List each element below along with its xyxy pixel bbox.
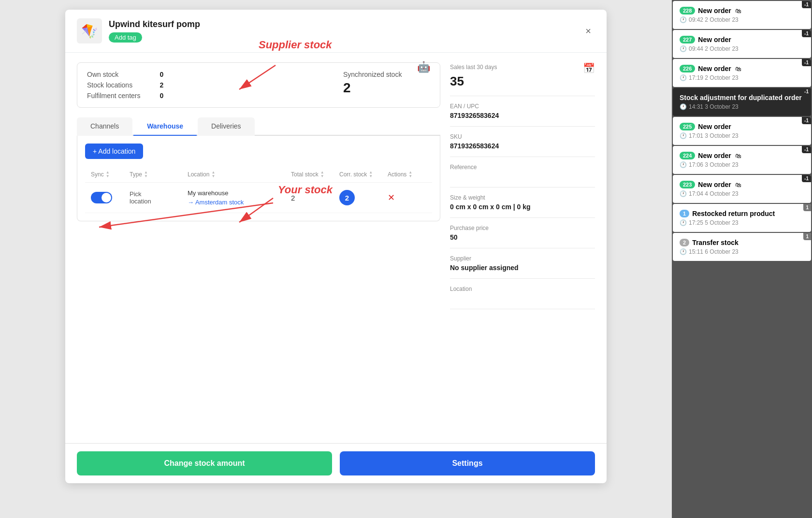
order-time: 🕐 17:06 3 October 23 [680, 161, 804, 168]
clock-icon: 🕐 [680, 74, 687, 81]
modal-header: 🪁 Upwind kitesurf pomp Add tag × [65, 10, 607, 53]
order-timestamp: 14:31 3 October 23 [689, 103, 739, 110]
reference-section: Reference [450, 157, 595, 187]
sort-arrows-corr: ▲▼ [369, 171, 373, 178]
sku-label: SKU [450, 133, 595, 140]
order-title-row: 223 New order 🛍 [680, 181, 804, 188]
order-title-row: 224 New order 🛍 [680, 152, 804, 159]
sync-label: Synchronized stock [343, 71, 402, 78]
stock-locations-value: 2 [160, 81, 163, 89]
shopify-icon: 🛍 [735, 181, 741, 188]
order-title: New order [698, 123, 731, 130]
product-icon: 🪁 [77, 18, 102, 43]
shopify-icon: 🛍 [735, 7, 741, 14]
order-card[interactable]: -1 226 New order 🛍 🕐 17:19 2 October 23 [673, 59, 811, 87]
order-card[interactable]: -1 223 New order 🛍 🕐 17:04 4 October 23 [673, 175, 811, 203]
location-section: Location [450, 279, 595, 309]
shopify-badge: 🛍 [735, 65, 741, 72]
order-time: 🕐 09:42 2 October 23 [680, 16, 804, 23]
sales-label: Sales last 30 days [450, 64, 497, 71]
order-badge: 225 [680, 123, 695, 130]
modal-footer: Change stock amount Settings [65, 443, 607, 483]
row-sync-toggle[interactable] [91, 192, 130, 203]
corner-badge: -1 [802, 175, 811, 182]
price-value: 50 [450, 233, 595, 241]
own-stock-label: Own stock [87, 71, 118, 78]
calendar-icon[interactable]: 📅 [583, 62, 595, 74]
change-stock-button[interactable]: Change stock amount [77, 451, 332, 475]
order-title: Stock adjustment for duplicated order [680, 94, 802, 101]
price-section: Purchase price 50 [450, 218, 595, 248]
row-total-stock: 2 [291, 194, 339, 202]
sync-toggle[interactable] [91, 192, 112, 203]
order-badge: 223 [680, 181, 695, 188]
order-card[interactable]: -1 225 New order 🕐 17:01 3 October 23 [673, 117, 811, 145]
tab-channels[interactable]: Channels [77, 117, 132, 136]
order-badge: 224 [680, 152, 695, 159]
order-card[interactable]: -1 Stock adjustment for duplicated order… [673, 88, 811, 116]
order-card[interactable]: -1 228 New order 🛍 🕐 09:42 2 October 23 [673, 1, 811, 29]
stock-left: Own stock 0 Stock locations 2 Fulfilment… [87, 71, 163, 100]
own-stock-row: Own stock 0 [87, 71, 163, 78]
corner-badge: -1 [802, 30, 811, 37]
supplier-section: Supplier No supplier assigned [450, 248, 595, 279]
tab-deliveries[interactable]: Deliveries [198, 117, 254, 136]
order-title: New order [698, 36, 731, 43]
corr-stock-badge: 2 [339, 190, 355, 205]
order-badge: 227 [680, 36, 695, 43]
corner-badge: -1 [802, 88, 811, 95]
size-section: Size & weight 0 cm x 0 cm x 0 cm | 0 kg [450, 187, 595, 218]
table-header: Sync ▲▼ Type ▲▼ Location ▲▼ [85, 167, 432, 183]
clock-icon: 🕐 [680, 219, 687, 226]
order-card[interactable]: 1 2 Transfer stock 🕐 15:11 6 October 23 [673, 233, 811, 261]
order-timestamp: 09:44 2 October 23 [689, 45, 739, 52]
location-link[interactable]: → Amsterdam stock [188, 199, 291, 206]
clock-icon: 🕐 [680, 248, 687, 255]
corner-badge: -1 [802, 117, 811, 124]
order-card[interactable]: -1 224 New order 🛍 🕐 17:06 3 October 23 [673, 146, 811, 174]
fulfilment-row: Fulfilment centers 0 [87, 92, 163, 100]
add-tag-button[interactable]: Add tag [109, 32, 142, 43]
order-time: 🕐 17:01 3 October 23 [680, 132, 804, 139]
supplier-label: Supplier [450, 255, 595, 262]
order-title-row: 228 New order 🛍 [680, 7, 804, 14]
corner-badge: 1 [803, 204, 811, 211]
order-time: 🕐 09:44 2 October 23 [680, 45, 804, 52]
order-title-row: 2 Transfer stock [680, 239, 804, 246]
add-location-button[interactable]: + Add location [85, 144, 143, 159]
order-time: 🕐 14:31 3 October 23 [680, 103, 804, 110]
order-title: New order [698, 181, 731, 188]
fulfilment-value: 0 [160, 92, 163, 100]
order-time: 🕐 17:04 4 October 23 [680, 190, 804, 197]
delete-button[interactable]: ✕ [388, 192, 395, 203]
size-label: Size & weight [450, 194, 595, 201]
reference-value [450, 173, 595, 180]
clock-icon: 🕐 [680, 103, 687, 110]
ean-section: EAN / UPC 8719326583624 [450, 96, 595, 127]
sales-section: Sales last 30 days 📅 35 [450, 62, 595, 96]
order-title: New order [698, 65, 731, 72]
row-actions: ✕ [388, 192, 426, 203]
order-card[interactable]: -1 227 New order 🕐 09:44 2 October 23 [673, 30, 811, 58]
sku-section: SKU 8719326583624 [450, 127, 595, 157]
fulfilment-label: Fulfilment centers [87, 92, 140, 100]
shopify-badge: 🛍 [735, 181, 741, 188]
settings-button[interactable]: Settings [340, 451, 595, 475]
corner-badge: -1 [802, 59, 811, 66]
order-timestamp: 09:42 2 October 23 [689, 16, 739, 23]
own-stock-value: 0 [160, 71, 163, 78]
row-type: Picklocation [130, 190, 188, 205]
sort-arrows-sync: ▲▼ [106, 171, 110, 178]
sort-arrows-actions: ▲▼ [408, 171, 412, 178]
warehouse-name: My warehouse [188, 189, 291, 197]
col-corr-stock: Corr. stock ▲▼ [339, 171, 388, 178]
product-title: Upwind kitesurf pomp [109, 19, 575, 29]
close-button[interactable]: × [581, 24, 595, 39]
order-card[interactable]: 1 1 Restocked return product 🕐 17:25 5 O… [673, 204, 811, 232]
tab-warehouse[interactable]: Warehouse [133, 117, 197, 136]
order-title-row: 226 New order 🛍 [680, 65, 804, 72]
location-label: Location [450, 286, 595, 292]
right-panel: Sales last 30 days 📅 35 EAN / UPC 871932… [450, 62, 595, 433]
sync-icon: 🤖 [417, 61, 430, 73]
clock-icon: 🕐 [680, 45, 687, 52]
